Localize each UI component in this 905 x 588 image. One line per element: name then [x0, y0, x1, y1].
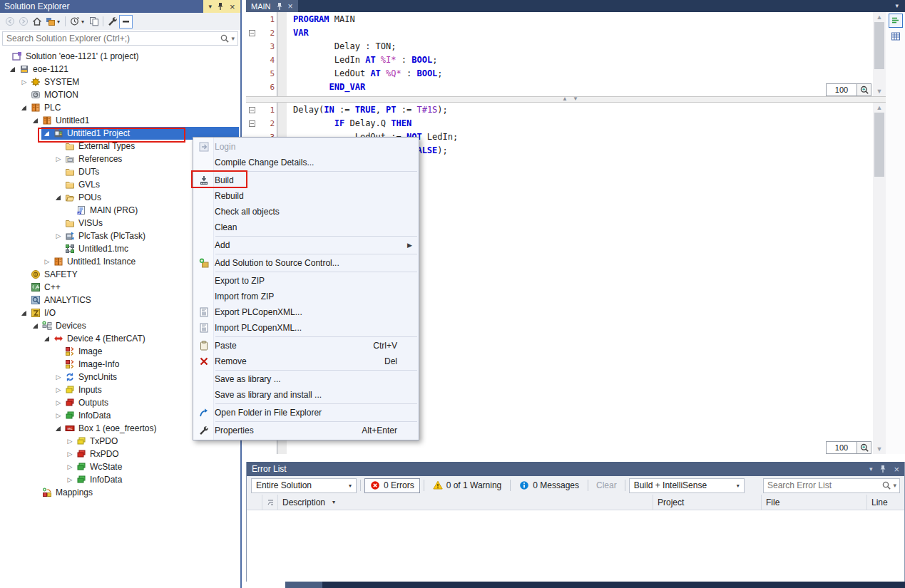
tab-close-icon[interactable]: × — [288, 2, 293, 11]
expand-arrow-icon[interactable]: ▷ — [64, 450, 76, 458]
tree-item-infodata[interactable]: ▷InfoData — [64, 473, 239, 486]
pending-changes-caret-icon[interactable]: ▾ — [81, 19, 87, 25]
implementation-scrollbar[interactable]: ▲ ▼ — [873, 103, 886, 454]
column-description[interactable]: Description ▾ — [278, 495, 653, 510]
tree-item-plc[interactable]: PLC — [19, 101, 239, 114]
column-file[interactable]: File — [762, 495, 867, 510]
menu-item-build[interactable]: Build — [193, 172, 419, 188]
home-button[interactable] — [30, 15, 44, 29]
zoom-magnifier-icon[interactable] — [857, 441, 871, 454]
expand-arrow-icon[interactable]: ▷ — [53, 412, 64, 419]
menu-item-export-to-zip[interactable]: Export to ZIP — [193, 273, 419, 289]
switch-views-button[interactable] — [44, 15, 57, 29]
pin-icon[interactable] — [217, 2, 224, 11]
menu-item-open-folder-in-file-explorer[interactable]: Open Folder in File Explorer — [193, 405, 419, 421]
code-line[interactable]: 3 Delay : TON; — [246, 40, 873, 53]
back-button[interactable] — [3, 15, 16, 29]
collapse-arrow-icon[interactable] — [30, 118, 41, 123]
tab-list-chevron-down-icon[interactable]: ▾ — [895, 2, 899, 9]
tree-item-solution-eoe-1121-1-project[interactable]: Solution 'eoe-1121' (1 project) — [0, 50, 239, 63]
menu-item-login[interactable]: Login — [193, 139, 419, 155]
source-dropdown[interactable]: Build + IntelliSense ▾ — [629, 478, 745, 493]
errors-filter-button[interactable]: 0 Errors — [364, 478, 420, 493]
menu-item-remove[interactable]: RemoveDel — [193, 354, 419, 369]
menu-item-clean[interactable]: Clean — [193, 220, 419, 235]
collapse-arrow-icon[interactable] — [7, 67, 19, 72]
menu-item-paste[interactable]: PasteCtrl+V — [193, 338, 419, 354]
expand-arrow-icon[interactable]: ▷ — [53, 155, 64, 163]
code-line[interactable]: 2 IF Delay.Q THEN — [246, 117, 873, 130]
splitter-arrows[interactable]: ▲▼ — [562, 96, 578, 102]
properties-button[interactable] — [106, 15, 119, 29]
menu-item-save-as-library[interactable]: Save as library ... — [193, 371, 419, 387]
search-icon[interactable] — [220, 33, 230, 43]
expand-arrow-icon[interactable]: ▷ — [53, 386, 64, 393]
collapse-arrow-icon[interactable] — [53, 195, 64, 200]
scroll-down-icon[interactable]: ▼ — [873, 444, 886, 454]
fold-collapse-icon[interactable] — [246, 120, 257, 127]
code-line[interactable]: 2VAR — [246, 26, 873, 40]
horizontal-scrollbar[interactable] — [285, 582, 905, 588]
search-error-list-input[interactable] — [764, 480, 881, 490]
expand-arrow-icon[interactable]: ▷ — [53, 373, 64, 381]
search-input[interactable] — [3, 33, 220, 43]
menu-item-save-as-library-and-install[interactable]: Save as library and install ... — [193, 387, 419, 403]
menu-item-import-from-zip[interactable]: Import from ZIP — [193, 289, 419, 304]
tab-main[interactable]: MAIN × — [246, 0, 298, 12]
window-position-menu-icon[interactable]: ▾ — [208, 4, 212, 10]
menu-item-check-all-objects[interactable]: Check all objects — [193, 204, 419, 220]
tree-item-mappings[interactable]: Mappings — [30, 486, 239, 499]
menu-item-add[interactable]: Add▶ — [193, 237, 419, 253]
expand-arrow-icon[interactable]: ▷ — [19, 78, 30, 86]
menu-item-rebuild[interactable]: Rebuild — [193, 188, 419, 204]
zoom-level-bottom[interactable]: 100 — [826, 441, 857, 454]
tree-item-motion[interactable]: MOTION — [19, 88, 239, 101]
splitter-up-icon[interactable]: ▲ — [562, 96, 568, 102]
search-options-caret-icon[interactable]: ▾ — [893, 483, 896, 489]
horizontal-scrollbar-thumb[interactable] — [285, 582, 322, 588]
collapse-arrow-icon[interactable] — [41, 131, 53, 136]
close-icon[interactable]: × — [894, 465, 899, 474]
zoom-level-top[interactable]: 100 — [826, 83, 857, 96]
pending-changes-filter-button[interactable] — [68, 15, 81, 29]
expand-arrow-icon[interactable]: ▷ — [64, 438, 76, 445]
close-icon[interactable]: × — [230, 2, 235, 11]
fold-collapse-icon[interactable] — [246, 30, 257, 36]
forward-button[interactable] — [16, 15, 30, 29]
scroll-down-icon[interactable]: ▼ — [873, 86, 886, 96]
preview-selected-items-toggle[interactable] — [119, 15, 133, 29]
pane-splitter[interactable]: ▲▼ — [246, 96, 905, 103]
expand-arrow-icon[interactable]: ▷ — [41, 258, 53, 265]
warnings-filter-button[interactable]: 0 of 1 Warning — [428, 478, 507, 493]
tabular-view-icon[interactable] — [889, 29, 903, 43]
expand-arrow-icon[interactable]: ▷ — [53, 399, 64, 406]
fold-collapse-icon[interactable] — [246, 107, 257, 113]
switch-views-caret-icon[interactable]: ▾ — [57, 19, 63, 25]
code-line[interactable]: 1PROGRAM MAIN — [246, 13, 873, 26]
expand-arrow-icon[interactable]: ▷ — [53, 232, 64, 239]
collapse-arrow-icon[interactable] — [41, 336, 53, 341]
tree-item-rxpdo[interactable]: ▷RxPDO — [64, 448, 239, 460]
scrollbar-thumb[interactable] — [874, 113, 884, 177]
search-options-caret-icon[interactable]: ▾ — [231, 36, 235, 42]
scrollbar-thumb[interactable] — [874, 22, 884, 69]
clear-button[interactable]: Clear — [592, 480, 621, 490]
code-line[interactable]: 4 LedIn AT %I* : BOOL; — [246, 53, 873, 67]
tree-item-system[interactable]: ▷SYSTEM — [19, 76, 239, 88]
tree-item-untitled1[interactable]: Untitled1 — [30, 114, 239, 127]
code-line[interactable]: 6 END_VAR — [246, 81, 873, 94]
menu-item-add-solution-to-source-control[interactable]: Add Solution to Source Control... — [193, 255, 419, 271]
collapse-arrow-icon[interactable] — [19, 105, 30, 110]
column-project[interactable]: Project — [653, 495, 762, 510]
pin-icon[interactable] — [879, 465, 886, 473]
collapse-arrow-icon[interactable] — [19, 311, 30, 316]
collapse-arrow-icon[interactable] — [53, 426, 64, 431]
menu-item-export-plcopenxml[interactable]: Export PLCopenXML... — [193, 304, 419, 320]
expand-arrow-icon[interactable]: ▷ — [64, 463, 76, 470]
tab-pin-icon[interactable] — [276, 2, 283, 11]
collapse-arrow-icon[interactable] — [30, 324, 41, 329]
scroll-up-icon[interactable]: ▲ — [873, 103, 886, 113]
zoom-magnifier-icon[interactable] — [857, 83, 871, 96]
code-line[interactable]: 1Delay(IN := TRUE, PT := T#1S); — [246, 103, 873, 117]
menu-item-compile-change-details[interactable]: Compile Change Details... — [193, 155, 419, 170]
